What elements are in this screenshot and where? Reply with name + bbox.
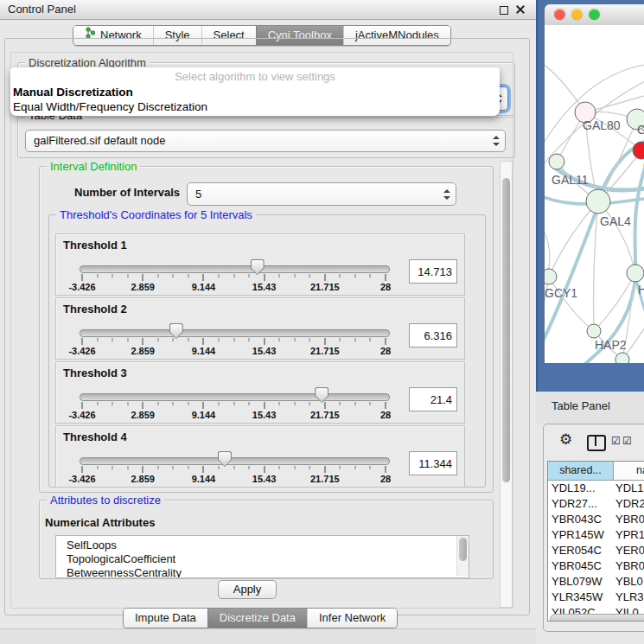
combo-spinner-icon (493, 136, 500, 146)
table-row[interactable]: YER054CYER0 (548, 543, 644, 558)
node-label-hap2: HAP2 (595, 338, 627, 352)
checkbox-icon[interactable]: ☑ (611, 435, 621, 447)
numerical-attributes-list[interactable]: SelfLoopsTopologicalCoefficientBetweenne… (55, 535, 469, 578)
network-window-titlebar (545, 4, 644, 26)
dropdown-option-manual-discretization[interactable]: Manual Discretization (13, 86, 133, 99)
threshold-panel-2: Threshold 2-3.4262.8599.14415.4321.71528… (55, 297, 465, 360)
number-of-intervals-value: 5 (195, 183, 201, 205)
threshold-value-field[interactable]: 14.713 (409, 259, 457, 284)
network-window: GAL80GCGAL11GAL4GCY1HHAP2 (545, 4, 644, 363)
network-node-gcy1[interactable] (545, 269, 557, 284)
cell-shared-name: YBR045C (552, 558, 602, 574)
threshold-value-field[interactable]: 6.316 (409, 323, 457, 348)
attribute-item-betweennesscentrality[interactable]: BetweennessCentrality (56, 566, 469, 578)
node-label-gal80: GAL80 (583, 118, 621, 132)
cell-name: YLR3 (615, 590, 644, 605)
combo-spinner-icon (443, 189, 450, 200)
number-of-intervals-combobox[interactable]: 5 (187, 182, 456, 206)
close-icon[interactable] (516, 5, 525, 14)
control-panel-footer (0, 628, 536, 644)
table-row[interactable]: YBR045CYBR0 (548, 558, 644, 574)
table-data-group: Table Data galFiltered.sif default node (17, 115, 515, 158)
minimize-traffic-light-icon[interactable] (571, 9, 583, 20)
number-of-intervals-label: Number of Intervals (74, 186, 180, 199)
cell-name: YBL0 (615, 574, 643, 590)
cell-shared-name: YBL079W (552, 574, 603, 590)
control-panel: Control Panel NetworkStyleSelectCyni Too… (0, 0, 536, 644)
bottom-tabs: Impute DataDiscretize DataInfer Network (123, 608, 398, 628)
slider-thumb[interactable] (169, 323, 183, 339)
apply-button[interactable]: Apply (218, 580, 277, 599)
column-header-shared-name[interactable]: shared... (548, 462, 614, 480)
attributes-title: Attributes to discretize (47, 494, 164, 507)
slider-span (82, 362, 386, 423)
table-data-combobox[interactable]: galFiltered.sif default node (25, 130, 506, 152)
node-label-gal11: GAL11 (552, 173, 589, 187)
network-edge[interactable] (549, 277, 594, 331)
table-header-row: shared... na (548, 462, 644, 481)
cell-shared-name: YPR145W (552, 527, 604, 543)
table-row[interactable]: YDR27...YDR2 (548, 496, 644, 512)
threshold-coordinates-group: Threshold's Coordinates for 5 Intervals … (48, 214, 486, 488)
attribute-item-topologicalcoefficient[interactable]: TopologicalCoefficient (56, 552, 469, 566)
main-scrollbar-thumb[interactable] (502, 178, 510, 482)
algorithm-dropdown-popup: Select algorithm to view settings Manual… (10, 67, 500, 116)
slider-thumb[interactable] (218, 451, 232, 467)
threshold-panel-1: Threshold 1-3.4262.8599.14415.4321.71528… (55, 233, 465, 296)
slider-thumb[interactable] (315, 387, 328, 403)
network-canvas[interactable]: GAL80GCGAL11GAL4GCY1HHAP2 (545, 25, 644, 363)
node-table[interactable]: shared... na YDL19...YDL1YDR27...YDR2YBR… (547, 461, 644, 622)
cell-shared-name: YDR27... (552, 496, 597, 512)
network-node-hap2[interactable] (587, 324, 601, 338)
table-row[interactable]: YDL19...YDL1 (548, 481, 644, 496)
attribute-item-selfloops[interactable]: SelfLoops (56, 536, 469, 552)
cell-shared-name: YER054C (552, 543, 602, 558)
node-label-gcy1: GCY1 (545, 286, 577, 300)
attributes-scrollbar[interactable] (456, 536, 469, 576)
slider-thumb[interactable] (251, 259, 265, 275)
split-columns-icon[interactable] (587, 435, 606, 451)
threshold-value-field[interactable]: 21.4 (409, 387, 457, 411)
screen: Control Panel NetworkStyleSelectCyni Too… (0, 0, 644, 644)
tab-discretize-data[interactable]: Discretize Data (207, 609, 307, 628)
table-data-value: galFiltered.sif default node (34, 131, 165, 151)
tab-label: Infer Network (319, 609, 386, 628)
cell-name: YDL1 (615, 481, 644, 496)
dropdown-option-equal-width-frequency-discretization[interactable]: Equal Width/Frequency Discretization (13, 100, 207, 113)
node-label-gal4: GAL4 (600, 214, 631, 228)
table-row[interactable]: YPR145WYPR1 (548, 527, 644, 543)
gear-icon[interactable]: ⚙ (559, 430, 572, 448)
table-row[interactable]: YLR345WYLR3 (548, 590, 644, 605)
node-label-g: G (637, 123, 644, 137)
threshold-panel-3: Threshold 3-3.4262.8599.14415.4321.71528… (55, 361, 465, 424)
slider-span (82, 298, 386, 359)
interval-definition-title: Interval Definition (47, 160, 140, 173)
attributes-scrollbar-thumb[interactable] (459, 538, 467, 561)
float-icon[interactable] (500, 6, 508, 15)
tab-infer-network[interactable]: Infer Network (307, 609, 397, 628)
cell-name: YDR2 (615, 496, 644, 512)
threshold-panel-4: Threshold 4-3.4262.8599.14415.4321.71528… (55, 425, 465, 488)
network-node-node-h[interactable] (627, 265, 644, 282)
threshold-value-field[interactable]: 11.344 (409, 451, 457, 475)
network-node-gal4[interactable] (586, 189, 610, 214)
table-panel-header: Table Panel (536, 392, 644, 424)
column-header-name[interactable]: na (636, 462, 644, 480)
tab-impute-data[interactable]: Impute Data (124, 609, 207, 628)
attribute-items: SelfLoopsTopologicalCoefficientBetweenne… (56, 536, 469, 578)
threshold-coordinates-title: Threshold's Coordinates for 5 Intervals (56, 208, 256, 221)
network-node-node-bottom[interactable] (615, 353, 629, 363)
node-label-h: H (638, 283, 644, 296)
checkbox-icon[interactable]: ☑ (622, 435, 632, 447)
close-traffic-light-icon[interactable] (554, 9, 565, 20)
control-panel-titlebar: Control Panel (0, 0, 536, 20)
slider-span (82, 234, 386, 295)
cell-name: YER0 (615, 543, 644, 558)
main-scrollbar[interactable] (500, 161, 513, 608)
table-row[interactable]: YBR043CYBR0 (548, 512, 644, 527)
zoom-traffic-light-icon[interactable] (589, 9, 600, 20)
table-row[interactable]: YBL079WYBL0 (548, 574, 644, 590)
table-horizontal-scrollbar[interactable] (550, 614, 644, 622)
network-node-gal11[interactable] (549, 154, 564, 169)
tab-label: Impute Data (135, 609, 196, 628)
